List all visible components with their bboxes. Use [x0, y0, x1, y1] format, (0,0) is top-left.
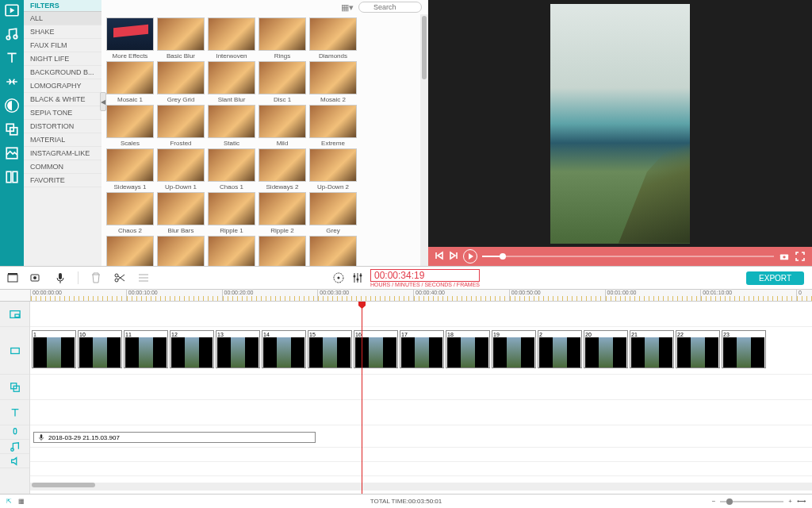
text-track-icon[interactable]	[0, 400, 29, 425]
playhead[interactable]	[362, 302, 362, 494]
overlay-icon[interactable]	[5, 122, 19, 137]
mixer-icon[interactable]	[351, 271, 364, 284]
media-icon[interactable]	[5, 3, 19, 17]
split-clip-icon[interactable]	[113, 271, 126, 284]
effect-up-down-2[interactable]: Up-Down 2	[309, 148, 357, 190]
effect-basic-blur[interactable]: Basic Blur	[157, 17, 205, 60]
effect-mosaic-2[interactable]: Mosaic 2	[309, 61, 357, 103]
category-background-blur[interactable]: BACKGROUND B...	[24, 66, 102, 79]
snapshot-icon[interactable]	[779, 251, 790, 262]
zoom-in-icon[interactable]: +	[788, 498, 792, 505]
category-favorite[interactable]: FAVORITE	[24, 174, 102, 187]
grid-scrollbar[interactable]	[420, 14, 428, 266]
clip-20[interactable]: 20	[584, 330, 628, 368]
marker-icon[interactable]	[332, 271, 345, 284]
category-material[interactable]: MATERIAL	[24, 133, 102, 147]
clip-11[interactable]: 11	[124, 330, 168, 368]
effect-disc-1[interactable]: Disc 1	[259, 61, 306, 103]
effect-grey[interactable]: Grey	[309, 192, 357, 234]
clip-18[interactable]: 18	[446, 330, 490, 368]
clip-16[interactable]: 16	[354, 330, 398, 368]
text-icon[interactable]	[5, 51, 19, 65]
transition-icon[interactable]	[5, 75, 19, 89]
clip-17[interactable]: 17	[400, 330, 444, 368]
clip-10[interactable]: 10	[78, 330, 122, 368]
timeline-ruler[interactable]: 00:00:00:0000:00:10:00 00:00:20:0000:00:…	[0, 289, 812, 302]
category-all[interactable]: ALL	[24, 12, 102, 25]
clip-12[interactable]: 12	[170, 330, 214, 368]
clip-15[interactable]: 15	[308, 330, 352, 368]
effect-chaos-1[interactable]: Chaos 1	[208, 148, 255, 190]
category-night-life[interactable]: NIGHT LIFE	[24, 52, 102, 66]
category-common[interactable]: COMMON	[24, 160, 102, 174]
effect-diamonds[interactable]: Diamonds	[309, 17, 357, 60]
effect-slant-blur[interactable]: Slant Blur	[208, 61, 255, 103]
effect-extreme[interactable]: Extreme	[309, 105, 357, 147]
split-icon[interactable]	[5, 170, 19, 184]
video-track-icon[interactable]	[0, 327, 29, 375]
seek-bar[interactable]	[482, 256, 774, 257]
effect-sideways-2[interactable]: Sideways 2	[259, 148, 306, 190]
effect-sideways-1[interactable]: Sideways 1	[106, 148, 154, 190]
zoom-slider[interactable]	[720, 501, 783, 502]
effect-ripple-2[interactable]: Ripple 2	[259, 192, 306, 234]
play-button[interactable]	[463, 249, 477, 264]
effect-ripple-1[interactable]: Ripple 1	[208, 192, 255, 234]
prev-frame-icon[interactable]	[435, 249, 444, 264]
grid-view-toggle[interactable]: ▦▾	[341, 2, 354, 13]
effect-metropolis[interactable]: Metropolis	[157, 236, 205, 266]
voice-track-icon[interactable]	[0, 425, 29, 440]
clip-21[interactable]: 21	[630, 330, 674, 368]
category-lomography[interactable]: LOMOGRAPHY	[24, 79, 102, 93]
category-black-white[interactable]: BLACK & WHITE	[24, 93, 102, 106]
effect-chaos-2[interactable]: Chaos 2	[106, 192, 154, 234]
clip-2[interactable]: 2	[538, 330, 582, 368]
clip-19[interactable]: 19	[492, 330, 536, 368]
pip-track-icon[interactable]	[0, 302, 29, 327]
effect-september[interactable]: September	[208, 236, 255, 266]
category-instagram[interactable]: INSTAGRAM-LIKE	[24, 147, 102, 160]
zoom-out-icon[interactable]: −	[712, 498, 716, 505]
clip-13[interactable]: 13	[216, 330, 260, 368]
clip-23[interactable]: 23	[722, 330, 766, 368]
category-shake[interactable]: SHAKE	[24, 25, 102, 39]
category-faux-film[interactable]: FAUX FILM	[24, 39, 102, 52]
effect-holiday[interactable]: Holiday	[106, 236, 154, 266]
elements-icon[interactable]	[5, 146, 19, 160]
filters-icon[interactable]	[5, 98, 19, 113]
layout-icon[interactable]: ▦	[18, 498, 25, 505]
effect-rise[interactable]: Rise	[309, 236, 357, 266]
search-input[interactable]	[358, 2, 422, 13]
export-button[interactable]: EXPORT	[746, 271, 804, 285]
adjust-icon[interactable]	[137, 271, 150, 284]
audio-clip[interactable]: 2018-03-29 21.15.03.907	[33, 432, 316, 443]
clip-14[interactable]: 14	[262, 330, 306, 368]
effect-grey-grid[interactable]: Grey Grid	[157, 61, 205, 103]
collapse-categories-icon[interactable]: ◀	[100, 92, 106, 111]
crop-icon[interactable]	[6, 271, 19, 284]
clip-1[interactable]: 1	[32, 330, 76, 368]
effect-interwoven[interactable]: Interwoven	[208, 17, 255, 60]
effect-mild[interactable]: Mild	[259, 105, 306, 147]
dock-icon[interactable]: ⇱	[6, 498, 12, 505]
effect-static[interactable]: Static	[208, 105, 255, 147]
effect-track-icon[interactable]	[0, 375, 29, 400]
effect-frosted[interactable]: Frosted	[157, 105, 205, 147]
clip-22[interactable]: 22	[676, 330, 720, 368]
effect-rings[interactable]: Rings	[259, 17, 306, 60]
effect-simpleelegant[interactable]: SimpleElegant	[259, 236, 306, 266]
next-frame-icon[interactable]	[449, 249, 458, 264]
category-distortion[interactable]: DISTORTION	[24, 120, 102, 133]
sound-track-icon[interactable]	[0, 454, 29, 468]
effect-scales[interactable]: Scales	[106, 105, 154, 147]
effect-more-effects[interactable]: More Effects	[106, 17, 154, 60]
effect-blur-bars[interactable]: Blur Bars	[157, 192, 205, 234]
music-icon[interactable]	[5, 27, 19, 41]
voiceover-icon[interactable]	[54, 271, 67, 284]
timeline-lanes[interactable]: 110111213141516171819220212223 2018-03-2…	[30, 302, 812, 494]
record-icon[interactable]	[30, 271, 43, 284]
music-track-icon[interactable]	[0, 440, 29, 454]
fullscreen-icon[interactable]	[795, 251, 806, 262]
effect-up-down-1[interactable]: Up-Down 1	[157, 148, 205, 190]
fit-icon[interactable]: ⟷	[797, 498, 806, 505]
